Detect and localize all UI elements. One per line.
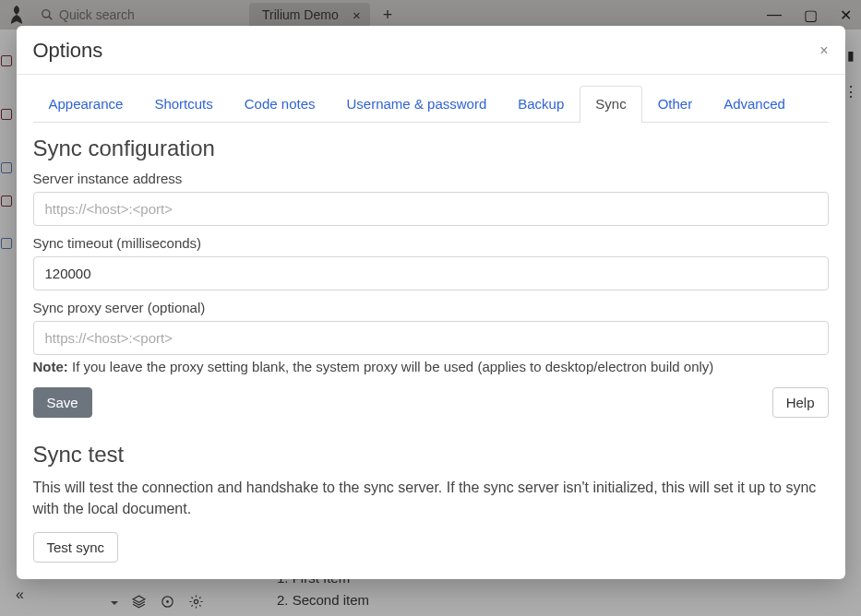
save-button[interactable]: Save (33, 387, 92, 418)
help-button[interactable]: Help (772, 387, 829, 418)
proxy-note: Note: If you leave the proxy setting bla… (33, 359, 829, 374)
button-row: Save Help (33, 387, 829, 418)
sync-timeout-input[interactable] (33, 256, 829, 290)
tab-appearance[interactable]: Appearance (33, 86, 139, 123)
dialog-header: Options × (17, 26, 845, 75)
server-address-input[interactable] (33, 192, 829, 226)
sync-timeout-label: Sync timeout (milliseconds) (33, 235, 829, 251)
options-tabs: Appearance Shortcuts Code notes Username… (33, 86, 829, 123)
section-heading-sync-test: Sync test (33, 442, 829, 468)
tab-code-notes[interactable]: Code notes (229, 86, 331, 123)
test-sync-button[interactable]: Test sync (33, 532, 119, 563)
sync-proxy-label: Sync proxy server (optional) (33, 300, 829, 315)
tab-shortcuts[interactable]: Shortcuts (138, 86, 228, 123)
section-heading-sync-config: Sync configuration (33, 136, 829, 161)
sync-proxy-input[interactable] (33, 321, 829, 355)
note-prefix: Note: (33, 359, 68, 374)
close-icon[interactable]: × (819, 42, 828, 59)
note-text: If you leave the proxy setting blank, th… (68, 359, 714, 374)
tab-username-password[interactable]: Username & password (331, 86, 503, 123)
sync-test-description: This will test the connection and handsh… (33, 477, 829, 519)
tab-other[interactable]: Other (642, 86, 709, 123)
modal-overlay[interactable]: Options × Appearance Shortcuts Code note… (0, 0, 861, 616)
options-dialog: Options × Appearance Shortcuts Code note… (17, 26, 845, 579)
dialog-title: Options (33, 39, 103, 63)
server-address-label: Server instance address (33, 171, 829, 186)
dialog-body: Appearance Shortcuts Code notes Username… (17, 75, 845, 579)
tab-advanced[interactable]: Advanced (708, 86, 801, 123)
tab-backup[interactable]: Backup (502, 86, 580, 123)
tab-sync[interactable]: Sync (580, 86, 641, 123)
